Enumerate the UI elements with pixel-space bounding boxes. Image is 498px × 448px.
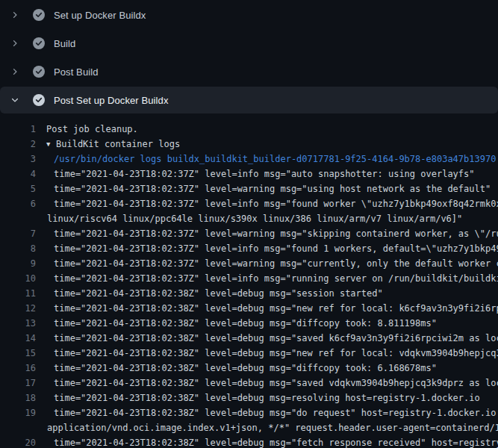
log-line: 8 time="2021-04-23T18:02:37Z" level=info… — [0, 241, 498, 256]
log-area: 1 Post job cleanup. 2 ▼BuildKit containe… — [0, 115, 498, 448]
log-line-number[interactable]: 9 — [0, 256, 36, 271]
check-circle-icon — [33, 94, 45, 106]
log-line-number[interactable] — [0, 211, 36, 226]
log-line: 6 time="2021-04-23T18:02:37Z" level=info… — [0, 196, 498, 211]
log-line: 5 time="2021-04-23T18:02:37Z" level=warn… — [0, 181, 498, 196]
log-line-text: time="2021-04-23T18:02:38Z" level=debug … — [46, 331, 498, 346]
log-line-text: time="2021-04-23T18:02:37Z" level=info m… — [46, 241, 498, 256]
log-line-number[interactable]: 5 — [0, 181, 36, 196]
log-line-text: time="2021-04-23T18:02:38Z" level=debug … — [46, 286, 383, 301]
log-line: 11 time="2021-04-23T18:02:38Z" level=deb… — [0, 286, 498, 301]
log-line: linux/riscv64 linux/ppc64le linux/s390x … — [0, 211, 498, 226]
log-line-number[interactable]: 16 — [0, 361, 36, 376]
log-line-text: Post job cleanup. — [46, 122, 138, 137]
log-line-number[interactable]: 8 — [0, 241, 36, 256]
log-line-text: time="2021-04-23T18:02:38Z" level=debug … — [46, 405, 498, 420]
log-line-number[interactable]: 15 — [0, 346, 36, 361]
log-line: 16 time="2021-04-23T18:02:38Z" level=deb… — [0, 361, 498, 376]
step-label: Build — [54, 38, 75, 49]
log-line-text: time="2021-04-23T18:02:38Z" level=debug … — [46, 301, 498, 316]
log-line-number[interactable]: 12 — [0, 301, 36, 316]
step-row-set-up-docker-buildx[interactable]: Set up Docker Buildx — [0, 1, 498, 28]
chevron-right-icon — [9, 37, 21, 49]
log-line-number[interactable]: 3 — [0, 152, 36, 167]
log-line-text: time="2021-04-23T18:02:38Z" level=debug … — [46, 435, 498, 448]
log-line: 3 /usr/bin/docker logs buildx_buildkit_b… — [0, 152, 498, 167]
log-line: 1 Post job cleanup. — [0, 122, 498, 137]
log-line-text: time="2021-04-23T18:02:37Z" level=info m… — [46, 167, 475, 181]
log-line-text: /usr/bin/docker logs buildx_buildkit_bui… — [46, 152, 496, 167]
log-line: 7 time="2021-04-23T18:02:37Z" level=warn… — [0, 226, 498, 241]
step-label: Post Build — [54, 66, 99, 78]
step-row-build[interactable]: Build — [0, 30, 498, 57]
log-line-text: time="2021-04-23T18:02:37Z" level=warnin… — [46, 256, 498, 271]
log-line: application/vnd.oci.image.index.v1+json,… — [0, 420, 498, 435]
log-line: 2 ▼BuildKit container logs — [0, 137, 498, 152]
log-line: 12 time="2021-04-23T18:02:38Z" level=deb… — [0, 301, 498, 316]
log-line: 9 time="2021-04-23T18:02:37Z" level=warn… — [0, 256, 498, 271]
log-line: 14 time="2021-04-23T18:02:38Z" level=deb… — [0, 331, 498, 346]
log-line-text: time="2021-04-23T18:02:38Z" level=debug … — [46, 316, 437, 331]
group-collapse-caret-icon: ▼ — [46, 137, 56, 152]
log-line-text: time="2021-04-23T18:02:38Z" level=debug … — [46, 376, 498, 391]
log-line: 15 time="2021-04-23T18:02:38Z" level=deb… — [0, 346, 498, 361]
step-label: Set up Docker Buildx — [54, 10, 146, 21]
actions-log-viewer: Set up Docker Buildx Build Post Build — [0, 0, 498, 448]
log-line-text: time="2021-04-23T18:02:37Z" level=info m… — [46, 271, 498, 286]
log-line-text: time="2021-04-23T18:02:38Z" level=debug … — [46, 391, 480, 405]
log-line-number[interactable]: 20 — [0, 435, 36, 448]
log-line-number[interactable]: 19 — [0, 405, 36, 420]
log-line-number[interactable] — [0, 420, 36, 435]
log-line-number[interactable]: 13 — [0, 316, 36, 331]
log-line-text: time="2021-04-23T18:02:37Z" level=warnin… — [46, 226, 498, 241]
log-line-number[interactable]: 2 — [0, 137, 36, 152]
log-line-number[interactable]: 6 — [0, 196, 36, 211]
log-line-number[interactable]: 11 — [0, 286, 36, 301]
log-line-text: time="2021-04-23T18:02:38Z" level=debug … — [46, 346, 498, 361]
log-line-number[interactable]: 17 — [0, 376, 36, 391]
log-line: 18 time="2021-04-23T18:02:38Z" level=deb… — [0, 391, 498, 405]
log-line-number[interactable]: 1 — [0, 122, 36, 137]
log-line-number[interactable]: 4 — [0, 167, 36, 181]
step-row-post-set-up-docker-buildx[interactable]: Post Set up Docker Buildx — [0, 87, 498, 113]
log-line-text: time="2021-04-23T18:02:37Z" level=warnin… — [46, 181, 491, 196]
log-line-text: linux/riscv64 linux/ppc64le linux/s390x … — [46, 211, 462, 226]
log-line-text: time="2021-04-23T18:02:37Z" level=info m… — [46, 196, 498, 211]
check-circle-icon — [33, 9, 45, 21]
log-line: 13 time="2021-04-23T18:02:38Z" level=deb… — [0, 316, 498, 331]
chevron-right-icon — [9, 66, 21, 78]
log-line-text: application/vnd.oci.image.index.v1+json,… — [46, 420, 498, 435]
log-line-number[interactable]: 7 — [0, 226, 36, 241]
chevron-down-icon — [9, 94, 21, 106]
chevron-right-icon — [9, 9, 21, 21]
step-list: Set up Docker Buildx Build Post Build — [0, 1, 498, 448]
log-line: 20 time="2021-04-23T18:02:38Z" level=deb… — [0, 435, 498, 448]
log-line-number[interactable]: 14 — [0, 331, 36, 346]
log-line-number[interactable]: 18 — [0, 391, 36, 405]
step-label: Post Set up Docker Buildx — [54, 95, 169, 106]
log-line: 19 time="2021-04-23T18:02:38Z" level=deb… — [0, 405, 498, 420]
check-circle-icon — [33, 37, 45, 49]
log-line-number[interactable]: 10 — [0, 271, 36, 286]
log-line: 10 time="2021-04-23T18:02:37Z" level=inf… — [0, 271, 498, 286]
steps-container: Set up Docker Buildx Build Post Build — [0, 1, 498, 113]
log-group-header[interactable]: ▼BuildKit container logs — [46, 137, 180, 152]
log-line: 17 time="2021-04-23T18:02:38Z" level=deb… — [0, 376, 498, 391]
step-row-post-build[interactable]: Post Build — [0, 58, 498, 85]
log-line: 4 time="2021-04-23T18:02:37Z" level=info… — [0, 167, 498, 181]
log-line-text: time="2021-04-23T18:02:38Z" level=debug … — [46, 361, 437, 376]
check-circle-icon — [33, 66, 45, 78]
